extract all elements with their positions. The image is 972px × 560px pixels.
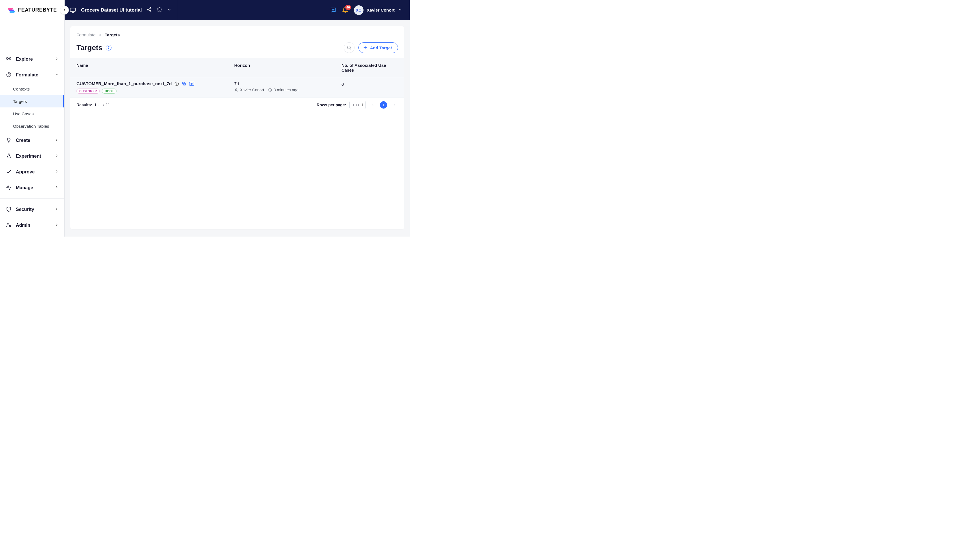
pager: Rows per page: 100 ▲▼ 1 <box>317 101 398 109</box>
column-header-horizon[interactable]: Horizon <box>234 63 341 72</box>
pager-prev-button[interactable] <box>369 101 376 108</box>
brand-logo[interactable]: FEATUREBYTE <box>8 7 57 13</box>
sidebar-item-formulate[interactable]: Formulate <box>0 67 64 83</box>
rows-per-page-select[interactable]: 100 ▲▼ <box>350 101 366 109</box>
table-footer: Results: 1 - 1 of 1 Rows per page: 100 ▲… <box>70 98 404 112</box>
brand-name: FEATUREBYTE <box>18 7 57 13</box>
avatar: XC <box>354 5 363 15</box>
chevron-right-icon <box>55 207 59 212</box>
sidebar-item-approve[interactable]: Approve <box>0 164 64 180</box>
activity-icon <box>6 185 12 190</box>
svg-point-18 <box>177 83 177 83</box>
results-range: 1 - 1 of 1 <box>94 103 110 107</box>
sidebar: FEATUREBYTE Explore Formulate <box>0 0 65 237</box>
pager-current-page[interactable]: 1 <box>380 101 387 108</box>
nav-label: Formulate <box>16 72 38 78</box>
chat-button[interactable] <box>330 7 336 13</box>
svg-point-23 <box>236 88 237 90</box>
info-icon[interactable] <box>174 82 179 86</box>
content-wrap: Formulate > Targets Targets ? <box>65 20 410 237</box>
id-badge-icon[interactable]: ID <box>189 82 194 86</box>
results-summary: Results: 1 - 1 of 1 <box>77 103 110 107</box>
sidebar-item-observation-tables[interactable]: Observation Tables <box>0 120 64 132</box>
svg-rect-3 <box>70 8 75 11</box>
nav-label: Security <box>16 207 34 212</box>
search-button[interactable] <box>344 42 355 53</box>
chevron-right-icon <box>393 103 396 107</box>
nav-label: Admin <box>16 222 30 228</box>
sidebar-item-targets[interactable]: Targets <box>0 95 64 107</box>
svg-point-4 <box>150 8 152 9</box>
check-icon <box>6 169 12 175</box>
svg-point-2 <box>10 225 11 227</box>
breadcrumb-root[interactable]: Formulate <box>77 32 96 37</box>
sidebar-item-create[interactable]: Create <box>0 132 64 148</box>
dtype-badge: BOOL <box>102 88 117 93</box>
logo-mark-icon <box>8 7 16 13</box>
chevron-down-icon <box>55 72 59 78</box>
svg-text:ID: ID <box>191 83 193 85</box>
horizon-value: 7d <box>234 81 341 86</box>
sidebar-item-use-cases[interactable]: Use Cases <box>0 107 64 120</box>
share-icon[interactable] <box>147 7 152 13</box>
sidebar-item-manage[interactable]: Manage <box>0 180 64 195</box>
chevron-right-icon <box>55 57 59 62</box>
nav-label: Approve <box>16 169 35 175</box>
lightbulb-icon <box>6 137 12 143</box>
add-button-label: Add Target <box>370 45 392 50</box>
sidebar-item-security[interactable]: Security <box>0 201 64 217</box>
add-target-button[interactable]: Add Target <box>358 42 398 53</box>
nav-label: Experiment <box>16 153 41 159</box>
sidebar-item-admin[interactable]: Admin <box>0 217 64 233</box>
svg-line-13 <box>350 48 351 49</box>
sidebar-item-explore[interactable]: Explore <box>0 51 64 67</box>
shield-icon <box>6 207 12 212</box>
author-name: Xavier Conort <box>240 88 264 92</box>
user-icon <box>234 88 238 92</box>
rows-per-page-value: 100 <box>353 103 359 107</box>
entity-badge: CUSTOMER <box>77 88 100 93</box>
targets-table: Name Horizon No. of Associated Use Cases… <box>70 58 404 112</box>
row-age: 3 minutes ago <box>274 88 299 92</box>
help-icon[interactable]: ? <box>106 45 112 50</box>
nav-label: Create <box>16 138 30 143</box>
nav-label: Manage <box>16 185 33 190</box>
svg-point-12 <box>348 46 351 49</box>
copy-icon[interactable] <box>182 82 186 86</box>
chevron-right-icon <box>55 153 59 159</box>
cell-name: CUSTOMER_More_than_1_purchase_next_7d ID <box>77 81 234 93</box>
column-header-name[interactable]: Name <box>77 63 234 72</box>
brain-icon <box>6 72 12 78</box>
chevron-right-icon <box>55 169 59 175</box>
author-meta: Xavier Conort <box>234 88 264 92</box>
nav-label: Targets <box>13 99 27 104</box>
divider <box>0 198 64 198</box>
rows-per-page-label: Rows per page: <box>317 103 346 107</box>
flask-icon <box>6 153 12 159</box>
chevron-down-icon[interactable] <box>167 7 172 13</box>
cell-usecases: 0 <box>341 81 398 87</box>
project-name: Grocery Dataset UI tutorial <box>81 7 142 13</box>
nav-label: Observation Tables <box>13 124 49 128</box>
project-selector[interactable]: Grocery Dataset UI tutorial <box>70 7 142 13</box>
chevron-right-icon <box>55 222 59 228</box>
formulate-subnav: Contexts Targets Use Cases Observation T… <box>0 83 64 132</box>
notifications-count-badge: 46 <box>345 5 351 10</box>
table-row[interactable]: CUSTOMER_More_than_1_purchase_next_7d ID <box>70 77 404 98</box>
sidebar-item-experiment[interactable]: Experiment <box>0 148 64 164</box>
pager-next-button[interactable] <box>391 101 398 108</box>
select-chevron-icon: ▲▼ <box>361 103 364 107</box>
user-menu[interactable]: XC Xavier Conort <box>354 5 402 15</box>
plus-icon <box>363 45 368 50</box>
svg-point-9 <box>159 9 160 10</box>
table-header: Name Horizon No. of Associated Use Cases <box>70 58 404 77</box>
chevron-right-icon <box>55 185 59 190</box>
target-name[interactable]: CUSTOMER_More_than_1_purchase_next_7d <box>77 81 172 86</box>
topbar-left: Grocery Dataset UI tutorial <box>70 0 179 20</box>
time-meta: 3 minutes ago <box>268 88 299 92</box>
notifications-button[interactable]: 46 <box>342 7 348 13</box>
column-header-usecases[interactable]: No. of Associated Use Cases <box>341 63 398 72</box>
settings-icon[interactable] <box>157 7 162 13</box>
sidebar-item-contexts[interactable]: Contexts <box>0 83 64 95</box>
collapse-sidebar-button[interactable] <box>60 6 69 15</box>
